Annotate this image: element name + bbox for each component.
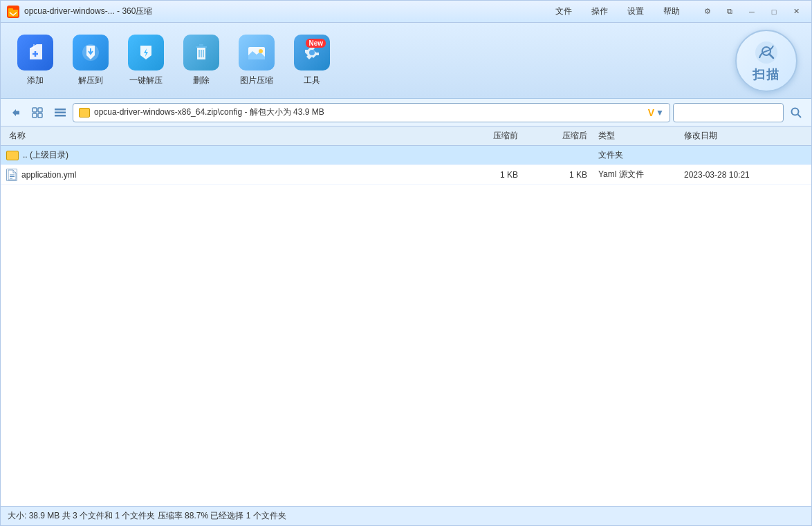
file-row-name: .. (上级目录) bbox=[23, 149, 68, 161]
tools-label: 工具 bbox=[304, 75, 320, 86]
extract-icon bbox=[73, 35, 109, 71]
folder-icon bbox=[6, 151, 19, 160]
file-row-date: 2023-03-28 10:21 bbox=[684, 170, 809, 180]
file-row-before: 1 KB bbox=[449, 170, 518, 180]
onekey-icon bbox=[128, 35, 164, 71]
svg-rect-22 bbox=[38, 113, 42, 118]
menu-bar: 文件 操作 设置 帮助 bbox=[551, 4, 684, 19]
app-icon bbox=[6, 5, 20, 19]
back-button[interactable] bbox=[6, 103, 26, 122]
new-badge: New bbox=[306, 39, 326, 48]
menu-file[interactable]: 文件 bbox=[551, 4, 576, 19]
settings-button[interactable]: ⚙ bbox=[698, 5, 717, 19]
menu-help[interactable]: 帮助 bbox=[659, 4, 684, 19]
path-dropdown[interactable]: V ▼ bbox=[648, 107, 664, 118]
path-text: opcua-driver-windows-x86_64.zip\config -… bbox=[94, 106, 645, 118]
scan-label: 扫描 bbox=[753, 66, 780, 83]
svg-point-15 bbox=[309, 50, 315, 55]
address-bar: opcua-driver-windows-x86_64.zip\config -… bbox=[1, 99, 811, 126]
search-input[interactable] bbox=[676, 108, 780, 118]
onekey-extract-button[interactable]: 一键解压 bbox=[118, 30, 174, 92]
view-large-button[interactable] bbox=[28, 103, 48, 122]
delete-icon bbox=[183, 35, 219, 71]
onekey-label: 一键解压 bbox=[129, 75, 163, 86]
tools-button[interactable]: New 工具 bbox=[284, 30, 340, 92]
file-row-type: 文件夹 bbox=[587, 149, 684, 161]
extract-label: 解压到 bbox=[78, 75, 103, 86]
svg-rect-2 bbox=[8, 8, 13, 11]
svg-rect-20 bbox=[38, 108, 42, 112]
imgcompress-button[interactable]: 图片压缩 bbox=[229, 30, 284, 92]
svg-rect-24 bbox=[55, 111, 66, 113]
svg-rect-25 bbox=[55, 115, 66, 117]
status-bar: 大小: 38.9 MB 共 3 个文件和 1 个文件夹 压缩率 88.7% 已经… bbox=[1, 506, 811, 525]
imgcomp-icon bbox=[239, 35, 275, 71]
file-row-name: application.yml bbox=[21, 170, 76, 180]
svg-rect-19 bbox=[33, 108, 37, 112]
add-label: 添加 bbox=[27, 75, 44, 86]
scan-button[interactable]: 扫描 bbox=[735, 30, 797, 92]
title-text: opcua-driver-windows-... - 360压缩 bbox=[24, 6, 551, 17]
restore-button[interactable]: ⧉ bbox=[720, 5, 739, 19]
table-row[interactable]: .. (上级目录) 文件夹 bbox=[1, 146, 811, 165]
window-controls: ⚙ ⧉ ─ □ ✕ bbox=[698, 5, 806, 19]
path-v-icon: V bbox=[648, 107, 654, 118]
col-after-header[interactable]: 压缩后 bbox=[518, 130, 587, 142]
menu-operate[interactable]: 操作 bbox=[587, 4, 612, 19]
path-folder-icon bbox=[79, 108, 90, 118]
title-bar: opcua-driver-windows-... - 360压缩 文件 操作 设… bbox=[1, 1, 811, 23]
file-row-type: Yaml 源文件 bbox=[587, 169, 684, 180]
path-input[interactable]: opcua-driver-windows-x86_64.zip\config -… bbox=[73, 103, 670, 122]
imgcomp-label: 图片压缩 bbox=[240, 75, 273, 86]
svg-rect-23 bbox=[55, 109, 66, 111]
svg-point-26 bbox=[792, 108, 799, 115]
svg-point-14 bbox=[259, 49, 263, 53]
delete-label: 删除 bbox=[193, 75, 210, 86]
col-before-header[interactable]: 压缩前 bbox=[449, 130, 518, 142]
col-name-header[interactable]: 名称 bbox=[3, 130, 449, 142]
status-text: 大小: 38.9 MB 共 3 个文件和 1 个文件夹 压缩率 88.7% 已经… bbox=[8, 510, 286, 522]
search-box[interactable] bbox=[673, 103, 784, 122]
toolbar: 添加 解压到 一键解压 bbox=[1, 23, 811, 99]
maximize-button[interactable]: □ bbox=[764, 5, 784, 19]
file-name-cell: .. (上级目录) bbox=[3, 149, 449, 161]
path-arrow-icon: ▼ bbox=[656, 108, 664, 118]
file-list: .. (上级目录) 文件夹 application.yml 1 KB 1 KB … bbox=[1, 146, 811, 506]
delete-button[interactable]: 删除 bbox=[174, 30, 229, 92]
search-button[interactable] bbox=[786, 103, 806, 122]
add-icon bbox=[17, 35, 53, 71]
view-list-button[interactable] bbox=[50, 103, 70, 122]
add-button[interactable]: 添加 bbox=[8, 30, 63, 92]
close-button[interactable]: ✕ bbox=[786, 5, 806, 19]
extract-button[interactable]: 解压到 bbox=[63, 30, 118, 92]
svg-point-16 bbox=[755, 41, 777, 64]
menu-settings[interactable]: 设置 bbox=[623, 4, 648, 19]
col-date-header[interactable]: 修改日期 bbox=[684, 130, 809, 142]
svg-line-27 bbox=[798, 114, 802, 118]
minimize-button[interactable]: ─ bbox=[742, 5, 762, 19]
file-icon bbox=[6, 169, 17, 181]
svg-rect-21 bbox=[33, 113, 37, 118]
column-headers: 名称 压缩前 压缩后 类型 修改日期 bbox=[1, 126, 811, 146]
tools-icon-wrapper: New bbox=[294, 35, 330, 71]
table-row[interactable]: application.yml 1 KB 1 KB Yaml 源文件 2023-… bbox=[1, 165, 811, 185]
file-name-cell: application.yml bbox=[3, 169, 449, 181]
file-row-after: 1 KB bbox=[518, 170, 587, 180]
col-type-header[interactable]: 类型 bbox=[587, 130, 684, 142]
